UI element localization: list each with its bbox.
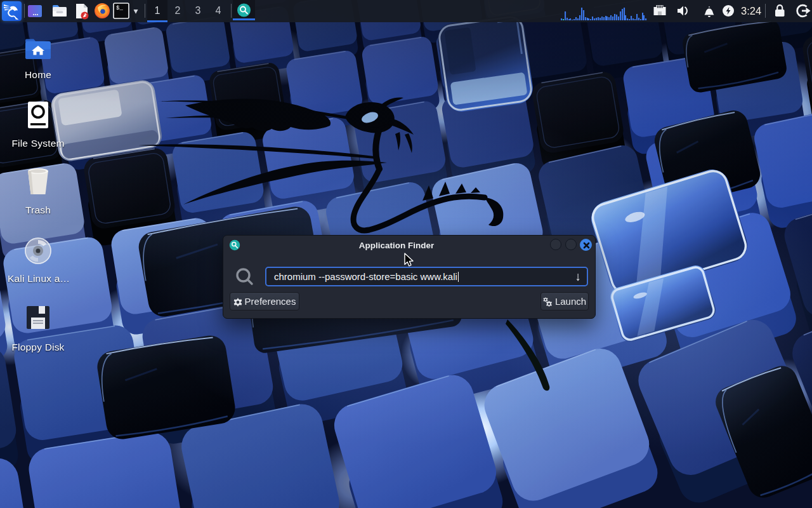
svg-text:3:24: 3:24 [741, 5, 761, 17]
